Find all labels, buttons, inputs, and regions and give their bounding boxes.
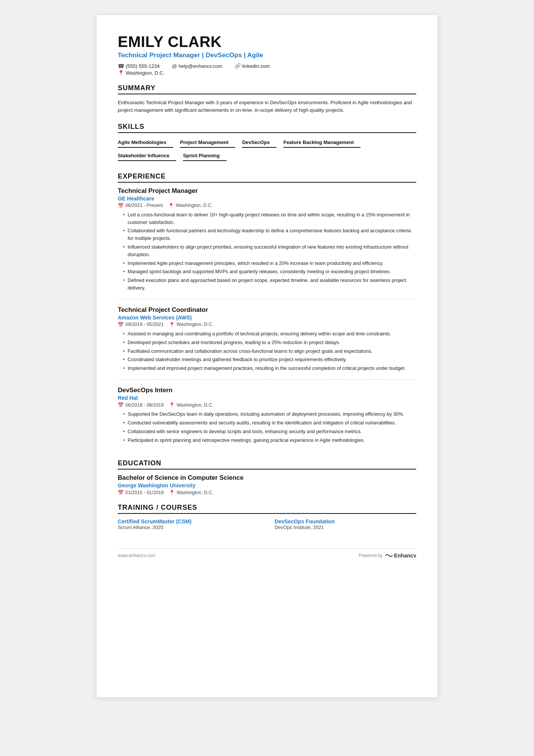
summary-text: Enthusiastic Technical Project Manager w… (118, 99, 416, 114)
job-location-2: 📍 Washington, D.C. (169, 322, 213, 327)
bullet-item: Facilitated communication and collaborat… (123, 347, 416, 355)
email-address: help@enhancv.com (178, 63, 222, 69)
skill-item: DevSecOps (242, 138, 276, 148)
job-dates-3: 📅 06/2018 - 08/2019 (118, 402, 164, 408)
enhancv-icon (385, 553, 393, 558)
company-3: Red Hat (118, 395, 416, 401)
edu-school: George Washington University (118, 482, 416, 488)
training-title: TRAINING / COURSES (118, 504, 416, 514)
calendar-icon-edu: 📅 (118, 490, 124, 495)
edu-meta: 📅 01/2015 - 01/2019 📍 Washington, D.C. (118, 490, 416, 495)
footer-powered-by: Powered by Enhancv (359, 553, 416, 559)
bullet-item: Led a cross-functional team to deliver 1… (123, 211, 416, 226)
job-block-2: Technical Project Coordinator Amazon Web… (118, 306, 416, 380)
resume-header: EMILY CLARK Technical Project Manager | … (118, 33, 416, 76)
company-1: GE Healthcare (118, 196, 416, 202)
bullet-item: Coordinated stakeholder meetings and gat… (123, 356, 416, 363)
pin-icon-3: 📍 (169, 402, 175, 408)
bullet-item: Assisted in managing and coordinating a … (123, 330, 416, 338)
skill-item: Project Management (180, 138, 235, 148)
job-meta-3: 📅 06/2018 - 08/2019 📍 Washington, D.C. (118, 402, 416, 408)
job-title-1: Technical Project Manager (118, 187, 416, 195)
training-item-2: DevSecOps Foundation DevOps Institute, 2… (275, 518, 416, 530)
training-name-2: DevSecOps Foundation (275, 518, 416, 524)
education-title: EDUCATION (118, 459, 416, 470)
bullet-item: Defined execution plans and approached b… (123, 277, 416, 292)
contact-location: 📍 Washington, D.C. (118, 70, 164, 76)
bullet-item: Collaborated with senior engineers to de… (123, 428, 416, 435)
calendar-icon-3: 📅 (118, 402, 124, 408)
job-bullets-3: Supported the DevSecOps team in daily op… (118, 410, 416, 444)
contact-email: @ help@enhancv.com (172, 63, 222, 69)
bullet-item: Implemented Agile project management pri… (123, 260, 416, 267)
education-section: EDUCATION Bachelor of Science in Compute… (118, 459, 416, 495)
training-name-1: Certified ScrumMaster (CSM) (118, 518, 259, 524)
bullet-item: Collaborated with functional partners an… (123, 227, 416, 242)
job-meta-1: 📅 06/2021 - Present 📍 Washington, D.C. (118, 203, 416, 208)
skills-grid: Agile Methodologies Project Management D… (118, 138, 416, 164)
skill-item: Feature Backlog Management (283, 138, 361, 148)
job-title-3: DevSecOps Intern (118, 387, 416, 394)
skill-item: Sprint Planning (183, 151, 226, 161)
skills-title: SKILLS (118, 123, 416, 133)
calendar-icon-1: 📅 (118, 203, 124, 208)
bullet-item: Managed sprint backlogs and supported MV… (123, 268, 416, 275)
experience-title: EXPERIENCE (118, 172, 416, 183)
bullet-item: Influenced stakeholders to align project… (123, 243, 416, 258)
bullet-item: Developed project schedules and monitore… (123, 339, 416, 346)
bullet-item: Supported the DevSecOps team in daily op… (123, 410, 416, 418)
phone-number: (555) 555-1234 (126, 63, 160, 69)
edu-degree: Bachelor of Science in Computer Science (118, 474, 416, 482)
edu-location: 📍 Washington, D.C. (169, 490, 213, 495)
job-location-1: 📍 Washington, D.C. (168, 203, 212, 208)
bullet-item: Implemented and improved project managem… (123, 365, 416, 372)
job-title-2: Technical Project Coordinator (118, 306, 416, 314)
enhancv-logo: Enhancv (385, 553, 416, 559)
phone-icon: ☎ (118, 63, 124, 69)
training-sub-1: Scrum Alliance, 2020 (118, 524, 259, 530)
job-dates-1: 📅 06/2021 - Present (118, 203, 163, 208)
contact-linkedin: 🔗 linkedin.com (234, 63, 270, 69)
calendar-icon-2: 📅 (118, 322, 124, 327)
footer-url: www.enhancv.com (118, 553, 155, 558)
contact-phone: ☎ (555) 555-1234 (118, 63, 160, 69)
job-dates-2: 📅 09/2019 - 05/2021 (118, 322, 164, 327)
bullet-item: Participated in sprint planning and retr… (123, 437, 416, 444)
skill-item: Stakeholder Influence (118, 151, 176, 161)
pin-icon-1: 📍 (168, 203, 174, 208)
link-icon: 🔗 (234, 63, 241, 69)
edu-dates: 📅 01/2015 - 01/2019 (118, 490, 164, 495)
resume-page: EMILY CLARK Technical Project Manager | … (97, 15, 437, 697)
training-grid: Certified ScrumMaster (CSM) Scrum Allian… (118, 518, 416, 530)
location-icon: 📍 (118, 70, 124, 76)
training-section: TRAINING / COURSES Certified ScrumMaster… (118, 504, 416, 530)
pin-icon-2: 📍 (169, 322, 175, 327)
training-item-1: Certified ScrumMaster (CSM) Scrum Allian… (118, 518, 259, 530)
job-block-3: DevSecOps Intern Red Hat 📅 06/2018 - 08/… (118, 387, 416, 451)
pin-icon-edu: 📍 (169, 490, 175, 495)
page-footer: www.enhancv.com Powered by Enhancv (118, 548, 416, 559)
experience-section: EXPERIENCE Technical Project Manager GE … (118, 172, 416, 451)
contact-row: ☎ (555) 555-1234 @ help@enhancv.com 🔗 li… (118, 63, 416, 69)
candidate-name: EMILY CLARK (118, 33, 416, 50)
job-location-3: 📍 Washington, D.C. (169, 402, 213, 408)
training-sub-2: DevOps Institute, 2021 (275, 524, 416, 530)
job-block-1: Technical Project Manager GE Healthcare … (118, 187, 416, 299)
summary-section: SUMMARY Enthusiastic Technical Project M… (118, 84, 416, 114)
location-text: Washington, D.C. (126, 70, 164, 76)
company-2: Amazon Web Services (AWS) (118, 315, 416, 321)
job-bullets-2: Assisted in managing and coordinating a … (118, 330, 416, 372)
skills-section: SKILLS Agile Methodologies Project Manag… (118, 123, 416, 164)
candidate-title: Technical Project Manager | DevSecOps | … (118, 51, 416, 59)
linkedin-url: linkedin.com (242, 63, 270, 69)
job-meta-2: 📅 09/2019 - 05/2021 📍 Washington, D.C. (118, 322, 416, 327)
job-bullets-1: Led a cross-functional team to deliver 1… (118, 211, 416, 292)
email-icon: @ (172, 63, 177, 69)
summary-title: SUMMARY (118, 84, 416, 94)
bullet-item: Conducted vulnerability assessments and … (123, 419, 416, 427)
skill-item: Agile Methodologies (118, 138, 173, 148)
contact-location-row: 📍 Washington, D.C. (118, 70, 416, 76)
